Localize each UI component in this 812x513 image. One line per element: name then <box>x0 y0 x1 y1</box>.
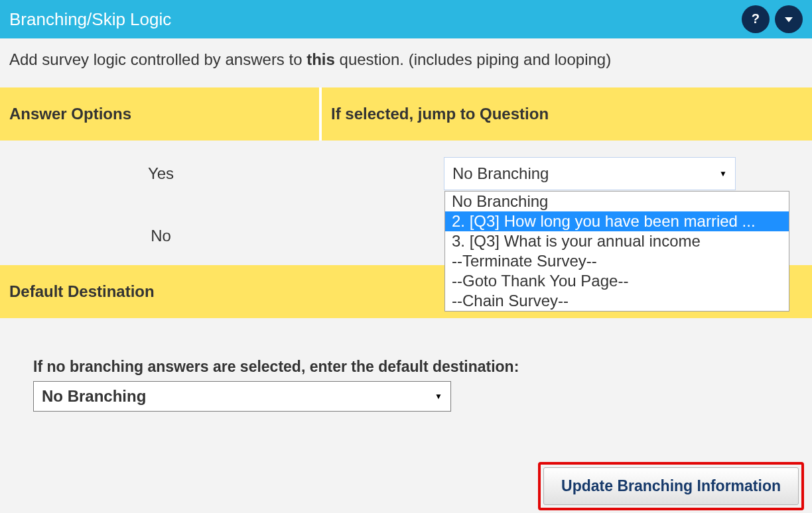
select-value: No Branching <box>452 164 549 183</box>
chevron-down-icon <box>783 13 795 25</box>
select-value: No Branching <box>42 387 146 406</box>
page-header: Branching/Skip Logic ? <box>0 0 812 38</box>
chevron-down-icon: ▼ <box>435 392 442 401</box>
dropdown-option[interactable]: --Terminate Survey-- <box>445 251 789 271</box>
answer-option-label: No <box>0 207 322 265</box>
help-button[interactable]: ? <box>742 5 770 33</box>
answer-option-label: Yes <box>0 141 322 207</box>
update-highlight: Update Branching Information <box>538 462 804 510</box>
dropdown-option[interactable]: --Goto Thank You Page-- <box>445 271 789 291</box>
logic-table: Answer Options If selected, jump to Ques… <box>0 87 812 265</box>
footer: Update Branching Information <box>0 454 812 513</box>
default-destination-select[interactable]: No Branching ▼ <box>33 381 451 412</box>
intro-suffix: question. (includes piping and looping) <box>335 50 611 68</box>
table-header-row: Answer Options If selected, jump to Ques… <box>0 87 812 141</box>
default-destination-label: If no branching answers are selected, en… <box>33 358 779 376</box>
branch-dropdown: No Branching 2. [Q3] How long you have b… <box>444 191 789 312</box>
intro-bold: this <box>306 50 335 68</box>
col-answer-options: Answer Options <box>0 87 322 141</box>
dropdown-option[interactable]: --Chain Survey-- <box>445 291 789 311</box>
table-row: Yes No Branching ▼ No Branching 2. [Q3] … <box>0 141 812 207</box>
dropdown-option[interactable]: No Branching <box>445 192 789 211</box>
help-icon: ? <box>748 12 763 27</box>
intro-prefix: Add survey logic controlled by answers t… <box>9 50 306 68</box>
svg-text:?: ? <box>752 12 760 26</box>
branch-select-yes[interactable]: No Branching ▼ No Branching 2. [Q3] How … <box>444 157 736 190</box>
dropdown-option[interactable]: 2. [Q3] How long you have been married .… <box>445 211 789 231</box>
default-section: If no branching answers are selected, en… <box>0 318 812 424</box>
page-title: Branching/Skip Logic <box>9 9 171 30</box>
col-jump-to: If selected, jump to Question <box>322 87 812 141</box>
chevron-down-icon: ▼ <box>719 169 727 178</box>
intro-text: Add survey logic controlled by answers t… <box>0 38 812 87</box>
update-branching-button[interactable]: Update Branching Information <box>543 467 799 505</box>
answer-option-select-cell: No Branching ▼ No Branching 2. [Q3] How … <box>322 141 812 207</box>
menu-button[interactable] <box>775 5 803 33</box>
header-buttons: ? <box>742 5 803 33</box>
dropdown-option[interactable]: 3. [Q3] What is your annual income <box>445 231 789 251</box>
